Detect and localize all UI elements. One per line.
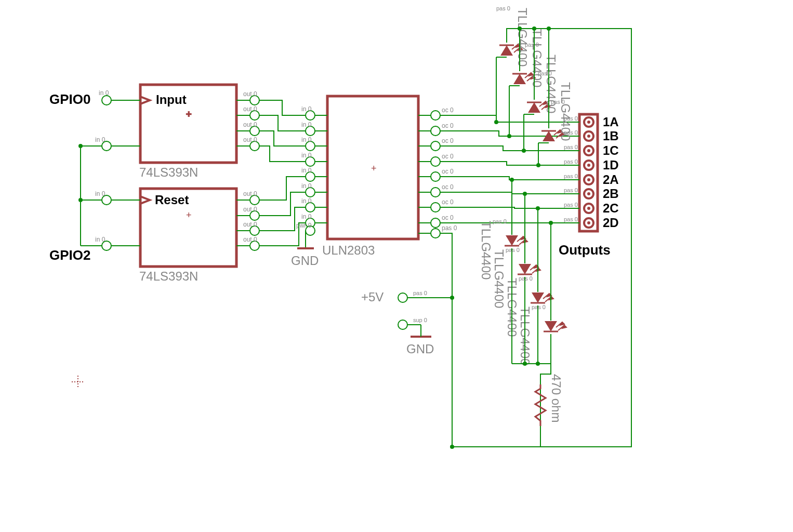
out-2c: 2C [603, 201, 619, 215]
svg-text:TLLG4400: TLLG4400 [516, 8, 530, 66]
svg-text:pas 0: pas 0 [564, 216, 578, 222]
svg-text:pas 0: pas 0 [525, 42, 539, 48]
svg-text:out 0: out 0 [243, 236, 257, 243]
svg-text:TLLG4400: TLLG4400 [559, 82, 573, 141]
part-u1a: 74LS393N [139, 165, 198, 179]
svg-text:out 0: out 0 [243, 190, 257, 197]
svg-text:oc 0: oc 0 [442, 107, 454, 114]
svg-text:in 0: in 0 [95, 236, 105, 243]
svg-text:out 0: out 0 [243, 105, 257, 113]
label-gpio0: GPIO0 [49, 91, 90, 107]
svg-point-112 [536, 163, 540, 167]
uln-outputs: oc 0 oc 0 oc 0 oc 0 oc 0 oc 0 oc 0 oc 0 … [431, 107, 457, 238]
out-2b: 2B [603, 187, 619, 201]
r1-value: 470 ohm [549, 374, 563, 422]
svg-point-115 [532, 26, 536, 31]
u1a-outputs: out 0 out 0 out 0 out 0 [236, 90, 259, 151]
svg-point-122 [510, 178, 514, 182]
part-u1b: 74LS393N [139, 269, 198, 283]
svg-text:oc 0: oc 0 [442, 122, 454, 129]
svg-text:sup 0: sup 0 [413, 317, 427, 323]
svg-text:pas 0: pas 0 [564, 144, 578, 150]
svg-point-34 [78, 198, 83, 202]
svg-text:in 0: in 0 [301, 105, 312, 113]
svg-text:oc 0: oc 0 [442, 214, 454, 221]
schematic-canvas: GPIO0 GPIO2 in 0 Input + 74LS393N Reset … [0, 0, 793, 532]
svg-text:oc 0: oc 0 [442, 137, 454, 144]
svg-text:oc 0: oc 0 [442, 153, 454, 160]
svg-text:out 0: out 0 [243, 221, 257, 228]
svg-text:pas 0: pas 0 [564, 202, 578, 208]
svg-text:in 0: in 0 [301, 197, 312, 205]
svg-text:oc 0: oc 0 [442, 198, 454, 206]
svg-text:out 0: out 0 [243, 206, 257, 213]
out-1a: 1A [603, 115, 619, 129]
svg-text:oc 0: oc 0 [442, 168, 454, 175]
svg-text:TLLG4400: TLLG4400 [530, 29, 544, 87]
svg-marker-18 [140, 97, 150, 104]
svg-text:pas 0: pas 0 [564, 187, 578, 193]
svg-text:in 0: in 0 [301, 167, 312, 174]
u1b-outputs: out 0 out 0 out 0 out 0 [236, 190, 259, 250]
svg-point-126 [536, 206, 540, 210]
svg-text:in 0: in 0 [301, 121, 312, 128]
output-header [579, 114, 598, 231]
out-2d: 2D [603, 216, 619, 230]
svg-text:pas 0: pas 0 [564, 158, 578, 165]
svg-text:in 0: in 0 [95, 136, 105, 143]
label-input: Input [156, 92, 187, 107]
svg-text:out 0: out 0 [243, 90, 257, 98]
svg-text:in 0: in 0 [99, 89, 109, 97]
svg-text:pas 0: pas 0 [532, 304, 546, 310]
svg-text:in 0: in 0 [301, 152, 312, 159]
svg-text:pas 0: pas 0 [519, 275, 533, 282]
uln-inputs: in 0 in 0 in 0 in 0 in 0 in 0 in 0 in 0 … [296, 105, 315, 235]
origin-cross-icon [72, 376, 84, 388]
svg-point-106 [507, 134, 511, 138]
svg-text:pas 0: pas 0 [442, 224, 457, 232]
ic-74ls393-a [140, 85, 236, 163]
svg-point-135 [536, 362, 540, 366]
svg-point-124 [523, 192, 527, 196]
bus-counter-to-driver [259, 100, 306, 246]
svg-text:pas 0: pas 0 [493, 218, 507, 224]
out-1c: 1C [603, 143, 619, 157]
svg-point-114 [518, 26, 522, 31]
outputs-header-label: Outputs [559, 242, 611, 258]
svg-text:oc 0: oc 0 [442, 183, 454, 191]
svg-text:in 0: in 0 [301, 182, 312, 190]
svg-text:+: + [371, 163, 377, 174]
out-1b: 1B [603, 129, 619, 143]
svg-text:out 0: out 0 [243, 136, 257, 143]
svg-point-140 [450, 445, 454, 449]
svg-text:in 0: in 0 [301, 213, 312, 220]
svg-text:pas 0: pas 0 [551, 99, 565, 105]
label-gnd2: GND [406, 342, 434, 356]
svg-point-103 [494, 120, 498, 124]
out-1d: 1D [603, 158, 619, 172]
label-gnd1: GND [291, 254, 319, 268]
svg-text:+: + [186, 210, 192, 220]
label-5v: +5V [361, 290, 384, 304]
svg-point-116 [547, 26, 551, 31]
out-2a: 2A [603, 172, 619, 187]
svg-point-134 [523, 362, 527, 366]
label-reset: Reset [155, 193, 189, 207]
svg-marker-20 [140, 196, 150, 204]
svg-text:TLLG4400: TLLG4400 [479, 221, 493, 280]
led-array-bottom: TLLG4400 TLLG4400 TLLG4400 TLLG4400 [479, 221, 567, 365]
svg-text:pas 0: pas 0 [506, 247, 520, 253]
svg-text:in 0: in 0 [95, 190, 105, 197]
svg-text:TLLG4400: TLLG4400 [492, 249, 506, 308]
svg-text:in 0: in 0 [301, 136, 312, 143]
svg-text:pas 0: pas 0 [564, 173, 578, 179]
part-u2: ULN2803 [322, 243, 375, 257]
svg-point-128 [549, 221, 553, 225]
svg-text:out 0: out 0 [243, 121, 257, 128]
svg-text:+: + [186, 109, 192, 119]
svg-text:pas 0: pas 0 [496, 5, 510, 11]
svg-text:pas 0: pas 0 [413, 290, 427, 296]
label-gpio2: GPIO2 [49, 247, 90, 263]
svg-text:pas 0: pas 0 [538, 70, 552, 76]
svg-point-109 [522, 149, 526, 153]
